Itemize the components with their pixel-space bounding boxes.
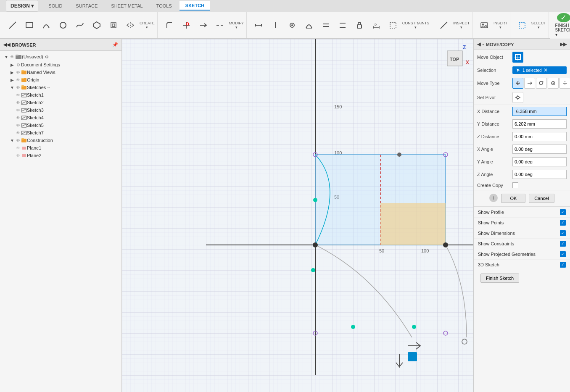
ok-button[interactable]: OK: [501, 194, 525, 203]
tree-item-sketch2[interactable]: 👁 Sketch2: [0, 99, 121, 106]
create-copy-checkbox[interactable]: [512, 182, 518, 188]
tree-item-sketch7[interactable]: 👁 Sketch7 ···: [0, 129, 121, 137]
rect-tool[interactable]: [21, 14, 38, 36]
selection-badge[interactable]: 1 selected ✕: [512, 66, 567, 74]
tree-item-sketch1[interactable]: 👁 Sketch1: [0, 91, 121, 99]
tree-item-named-views[interactable]: ▶ 👁 Named Views: [0, 68, 121, 76]
design-menu-button[interactable]: DESIGN ▾: [6, 0, 38, 12]
sketch3d-check[interactable]: ✓: [560, 262, 566, 268]
x-angle-input[interactable]: [512, 145, 567, 154]
tree-item-doc-settings[interactable]: ▶ ⚙ Document Settings: [0, 61, 121, 68]
move-object-icon[interactable]: [512, 52, 523, 63]
z-distance-input[interactable]: [512, 132, 567, 141]
expand-doc[interactable]: ▶: [9, 62, 15, 68]
eye-sketch5[interactable]: 👁: [15, 122, 21, 128]
eye-plane2[interactable]: 👁: [15, 153, 21, 158]
insert-image-tool[interactable]: [476, 14, 493, 36]
tree-item-plane1[interactable]: 👁 Plane1: [0, 144, 121, 152]
tree-item-sketch3[interactable]: 👁 Sketch3: [0, 106, 121, 114]
offset-tool[interactable]: [105, 14, 122, 36]
eye-named-views[interactable]: 👁: [15, 69, 21, 75]
show-points-check[interactable]: ✓: [560, 220, 566, 226]
eye-sketch1[interactable]: 👁: [15, 92, 21, 98]
sidebar-pin[interactable]: 📌: [112, 42, 118, 47]
extend-tool[interactable]: [195, 14, 211, 36]
info-button[interactable]: i: [489, 194, 498, 202]
selection-clear[interactable]: ✕: [544, 67, 548, 73]
y-angle-input[interactable]: [512, 157, 567, 166]
tree-item-origin[interactable]: ▶ 👁 Origin: [0, 76, 121, 84]
tab-tools[interactable]: TOOLS: [150, 2, 178, 10]
eye-sketches[interactable]: 👁: [15, 84, 21, 90]
eye-construction[interactable]: 👁: [15, 137, 21, 143]
polygon-tool[interactable]: [88, 14, 105, 36]
set-pivot-btn[interactable]: [512, 92, 523, 103]
tangent-constraint[interactable]: [301, 14, 317, 36]
circle-tool[interactable]: [55, 14, 71, 36]
eye-sketch4[interactable]: 👁: [15, 115, 21, 121]
tab-sheetmetal[interactable]: SHEET METAL: [105, 2, 148, 10]
cancel-button[interactable]: Cancel: [529, 194, 554, 203]
measure-tool[interactable]: [435, 14, 452, 36]
fillet-tool[interactable]: [161, 14, 178, 36]
tree-item-sketch4[interactable]: 👁 Sketch4: [0, 114, 121, 121]
sidebar-collapse[interactable]: ◀◀: [3, 42, 10, 47]
y-distance-input[interactable]: [512, 119, 567, 129]
tab-surface[interactable]: SURFACE: [70, 2, 103, 10]
tree-item-sketches[interactable]: ▼ 👁 Sketches ···: [0, 84, 121, 91]
eye-doc[interactable]: ⚙: [15, 62, 21, 68]
eye-sketch2[interactable]: 👁: [15, 100, 21, 105]
tree-item-sketch5[interactable]: 👁 Sketch5: [0, 121, 121, 129]
z-angle-input[interactable]: [512, 170, 567, 179]
show-constraints-check[interactable]: ✓: [560, 241, 566, 247]
project-tool[interactable]: [385, 14, 401, 36]
tree-item-construction[interactable]: ▼ 👁 Construction: [0, 137, 121, 144]
parallel-constraint[interactable]: [334, 14, 351, 36]
canvas[interactable]: 150 100 50 50 100: [122, 39, 473, 392]
browser-label: BROWSER: [12, 42, 36, 47]
tree-item-plane2[interactable]: 👁 Plane2: [0, 152, 121, 159]
select-tool[interactable]: [514, 14, 530, 36]
show-dimensions-check[interactable]: ✓: [560, 230, 566, 236]
show-projected-check[interactable]: ✓: [560, 251, 566, 257]
expand-named-views[interactable]: ▶: [9, 69, 15, 75]
show-profile-check[interactable]: ✓: [560, 209, 566, 215]
move-point[interactable]: [548, 78, 559, 89]
mirror-tool[interactable]: [122, 14, 139, 36]
expand-construction[interactable]: ▼: [9, 137, 15, 143]
view-cube[interactable]: Z X TOP: [444, 43, 469, 73]
trim-tool[interactable]: [178, 14, 195, 36]
tab-solid[interactable]: SOLID: [42, 2, 68, 10]
tree-item-root[interactable]: ▼ 👁 (Unsaved) ⚙: [0, 53, 121, 61]
x-distance-input[interactable]: [512, 107, 567, 116]
constraints-group: D CONSTRAINTS ▾: [248, 12, 433, 38]
coincident-constraint[interactable]: [284, 14, 301, 36]
finish-sketch-bottom-button[interactable]: Finish Sketch: [480, 274, 519, 283]
line-tool[interactable]: [4, 14, 21, 36]
move-rotate[interactable]: [536, 78, 547, 89]
lock-constraint[interactable]: [351, 14, 368, 36]
finish-sketch-button[interactable]: ✓ FINISH SKETCH ▾: [550, 12, 570, 39]
horizontal-constraint[interactable]: [250, 14, 267, 36]
arc-tool[interactable]: [38, 14, 55, 36]
expand-root[interactable]: ▼: [3, 54, 9, 60]
vertical-constraint[interactable]: [267, 14, 284, 36]
move-align[interactable]: [559, 78, 570, 89]
svg-rect-57: [21, 138, 24, 139]
expand-origin[interactable]: ▶: [9, 77, 15, 83]
eye-sketch3[interactable]: 👁: [15, 107, 21, 113]
move-free-drag[interactable]: [512, 78, 523, 89]
spline-tool[interactable]: [71, 14, 88, 36]
eye-sketch7[interactable]: 👁: [15, 130, 21, 136]
expand-sketches[interactable]: ▼: [9, 84, 15, 90]
eye-plane1[interactable]: 👁: [15, 145, 21, 151]
equal-constraint[interactable]: [317, 14, 334, 36]
panel-expand-icon[interactable]: ◀: [477, 42, 480, 47]
tab-sketch[interactable]: SKETCH: [179, 1, 210, 11]
break-tool[interactable]: [211, 14, 228, 36]
eye-root[interactable]: 👁: [9, 54, 15, 60]
move-horizontal[interactable]: [524, 78, 535, 89]
dimension-tool[interactable]: D: [368, 14, 385, 36]
eye-origin[interactable]: 👁: [15, 77, 21, 83]
panel-expand-right[interactable]: ▶▶: [560, 42, 567, 47]
